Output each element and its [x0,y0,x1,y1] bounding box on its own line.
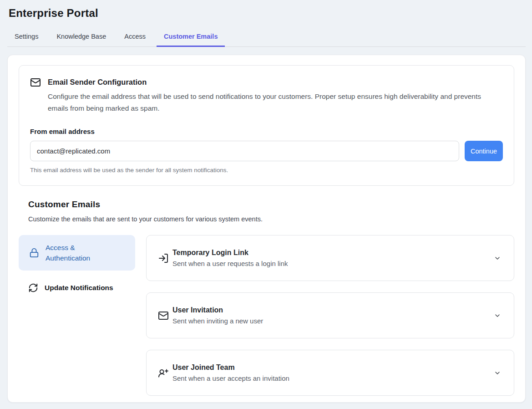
customer-emails-subtitle: Customize the emails that are sent to yo… [28,215,514,223]
sidebar-item-access-authentication[interactable]: Access & Authentication [19,235,135,271]
mail-icon [158,310,169,321]
email-card-temporary-login-link[interactable]: Temporary Login Link Sent when a user re… [146,235,514,281]
page-title: Enterprise Portal [9,7,532,20]
enterprise-portal-page: Enterprise Portal Settings Knowledge Bas… [0,0,532,409]
login-icon [158,253,169,264]
email-card-title: User Joined Team [172,363,289,372]
email-card-subtitle: Sent when a user requests a login link [172,260,288,267]
email-card-title: User Invitation [172,306,263,314]
from-email-helper-text: This email address will be used as the s… [30,167,503,174]
customer-emails-title: Customer Emails [28,199,514,210]
tab-knowledge-base[interactable]: Knowledge Base [49,28,113,46]
email-card-user-invitation[interactable]: User Invitation Sent when inviting a new… [146,292,514,338]
chevron-down-icon[interactable] [494,312,501,319]
tab-bar: Settings Knowledge Base Access Customer … [7,28,526,47]
chevron-down-icon[interactable] [494,255,501,262]
tab-customer-emails[interactable]: Customer Emails [157,28,225,47]
sidebar-item-label: Access & Authentication [46,242,106,263]
refresh-icon [28,283,38,293]
email-card-title: Temporary Login Link [172,249,288,257]
chevron-down-icon[interactable] [494,369,501,377]
sidebar-item-update-notifications[interactable]: Update Notifications [19,283,135,293]
email-category-sidebar: Access & Authentication Update Notificat… [19,235,135,396]
from-email-label: From email address [30,128,503,135]
email-card-subtitle: Sent when inviting a new user [172,317,263,325]
mail-icon [30,77,41,88]
tab-settings[interactable]: Settings [7,28,46,46]
content-panel: Email Sender Configuration Configure the… [7,55,526,403]
email-template-list: Temporary Login Link Sent when a user re… [146,235,514,396]
user-plus-icon [158,368,169,378]
tab-access[interactable]: Access [117,28,153,46]
sidebar-item-label: Update Notifications [45,284,113,292]
email-card-subtitle: Sent when a user accepts an invitation [172,374,289,382]
email-card-user-joined-team[interactable]: User Joined Team Sent when a user accept… [146,350,514,396]
lock-icon [29,248,39,258]
continue-button[interactable]: Continue [465,141,503,161]
sender-config-description: Configure the email address that will be… [48,91,496,114]
email-sender-configuration-card: Email Sender Configuration Configure the… [19,65,514,186]
sender-config-title: Email Sender Configuration [48,77,496,87]
from-email-input[interactable] [30,141,459,161]
